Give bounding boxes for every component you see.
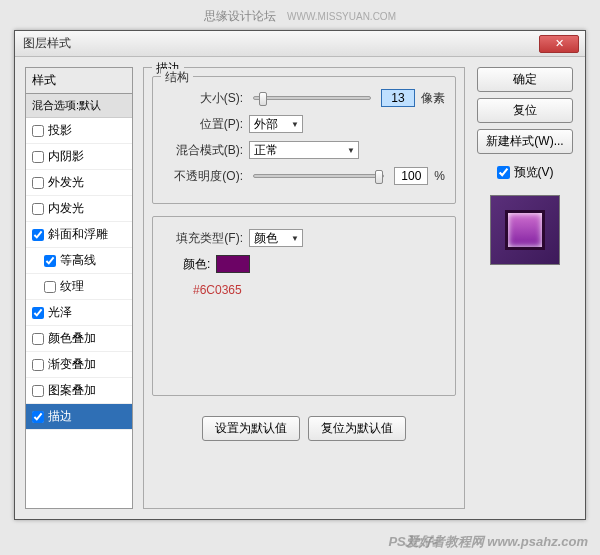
style-item[interactable]: 内发光 bbox=[26, 196, 132, 222]
style-checkbox[interactable] bbox=[44, 281, 56, 293]
style-item-label: 等高线 bbox=[60, 252, 96, 269]
watermark-psahz: PS爱好者教程网 www.psahz.com bbox=[388, 533, 588, 551]
size-slider[interactable] bbox=[253, 96, 371, 100]
position-row: 位置(P): 外部 bbox=[163, 115, 445, 133]
ok-button[interactable]: 确定 bbox=[477, 67, 573, 92]
structure-legend: 结构 bbox=[161, 69, 193, 86]
reset-default-button[interactable]: 复位为默认值 bbox=[308, 416, 406, 441]
actions-panel: 确定 复位 新建样式(W)... 预览(V) bbox=[475, 67, 575, 509]
style-list: 投影内阴影外发光内发光斜面和浮雕等高线纹理光泽颜色叠加渐变叠加图案叠加描边 bbox=[26, 118, 132, 430]
style-item[interactable]: 描边 bbox=[26, 404, 132, 430]
style-checkbox[interactable] bbox=[32, 359, 44, 371]
dialog-title: 图层样式 bbox=[23, 35, 539, 52]
top-banner: 思缘设计论坛 WWW.MISSYUAN.COM bbox=[0, 0, 600, 29]
settings-panel: 描边 结构 大小(S): 像素 位置(P): 外部 混合模式(B): bbox=[143, 67, 465, 509]
color-row: 颜色: bbox=[163, 255, 445, 273]
color-label: 颜色: bbox=[183, 256, 210, 273]
set-default-button[interactable]: 设置为默认值 bbox=[202, 416, 300, 441]
style-item[interactable]: 投影 bbox=[26, 118, 132, 144]
site-name: 思缘设计论坛 bbox=[204, 9, 276, 23]
structure-fieldset: 结构 大小(S): 像素 位置(P): 外部 混合模式(B): 正常 bbox=[152, 76, 456, 204]
opacity-row: 不透明度(O): % bbox=[163, 167, 445, 185]
style-item[interactable]: 图案叠加 bbox=[26, 378, 132, 404]
opacity-label: 不透明度(O): bbox=[163, 168, 243, 185]
style-checkbox[interactable] bbox=[32, 203, 44, 215]
blendmode-label: 混合模式(B): bbox=[163, 142, 243, 159]
preview-inner bbox=[505, 210, 545, 250]
style-item[interactable]: 光泽 bbox=[26, 300, 132, 326]
preview-label: 预览(V) bbox=[514, 164, 554, 181]
filltype-label: 填充类型(F): bbox=[163, 230, 243, 247]
style-item-label: 描边 bbox=[48, 408, 72, 425]
color-swatch[interactable] bbox=[216, 255, 250, 273]
preview-thumbnail bbox=[490, 195, 560, 265]
new-style-button[interactable]: 新建样式(W)... bbox=[477, 129, 573, 154]
stroke-group: 描边 结构 大小(S): 像素 位置(P): 外部 混合模式(B): bbox=[143, 67, 465, 509]
style-item[interactable]: 斜面和浮雕 bbox=[26, 222, 132, 248]
blendmode-dropdown[interactable]: 正常 bbox=[249, 141, 359, 159]
style-item[interactable]: 颜色叠加 bbox=[26, 326, 132, 352]
style-checkbox[interactable] bbox=[32, 333, 44, 345]
style-item-label: 光泽 bbox=[48, 304, 72, 321]
style-item-label: 纹理 bbox=[60, 278, 84, 295]
styles-header[interactable]: 样式 bbox=[26, 68, 132, 94]
style-item-label: 投影 bbox=[48, 122, 72, 139]
style-item[interactable]: 内阴影 bbox=[26, 144, 132, 170]
style-item[interactable]: 渐变叠加 bbox=[26, 352, 132, 378]
position-label: 位置(P): bbox=[163, 116, 243, 133]
style-item[interactable]: 纹理 bbox=[26, 274, 132, 300]
opacity-input[interactable] bbox=[394, 167, 428, 185]
style-item-label: 斜面和浮雕 bbox=[48, 226, 108, 243]
preview-checkbox[interactable] bbox=[497, 166, 510, 179]
style-checkbox[interactable] bbox=[44, 255, 56, 267]
dialog-body: 样式 混合选项:默认 投影内阴影外发光内发光斜面和浮雕等高线纹理光泽颜色叠加渐变… bbox=[15, 57, 585, 519]
size-row: 大小(S): 像素 bbox=[163, 89, 445, 107]
styles-panel: 样式 混合选项:默认 投影内阴影外发光内发光斜面和浮雕等高线纹理光泽颜色叠加渐变… bbox=[25, 67, 133, 509]
layer-style-dialog: 图层样式 ✕ 样式 混合选项:默认 投影内阴影外发光内发光斜面和浮雕等高线纹理光… bbox=[14, 30, 586, 520]
style-checkbox[interactable] bbox=[32, 229, 44, 241]
filltype-dropdown[interactable]: 颜色 bbox=[249, 229, 303, 247]
blend-options-header[interactable]: 混合选项:默认 bbox=[26, 94, 132, 118]
style-item[interactable]: 等高线 bbox=[26, 248, 132, 274]
style-item-label: 外发光 bbox=[48, 174, 84, 191]
site-url: WWW.MISSYUAN.COM bbox=[287, 11, 396, 22]
opacity-slider-thumb[interactable] bbox=[375, 170, 383, 184]
fill-fieldset: 填充类型(F): 颜色 颜色: #6C0365 bbox=[152, 216, 456, 396]
style-checkbox[interactable] bbox=[32, 385, 44, 397]
style-item[interactable]: 外发光 bbox=[26, 170, 132, 196]
opacity-unit: % bbox=[434, 169, 445, 183]
style-checkbox[interactable] bbox=[32, 177, 44, 189]
size-input[interactable] bbox=[381, 89, 415, 107]
style-item-label: 图案叠加 bbox=[48, 382, 96, 399]
default-buttons-row: 设置为默认值 复位为默认值 bbox=[152, 416, 456, 441]
size-unit: 像素 bbox=[421, 90, 445, 107]
style-checkbox[interactable] bbox=[32, 307, 44, 319]
style-checkbox[interactable] bbox=[32, 125, 44, 137]
blendmode-row: 混合模式(B): 正常 bbox=[163, 141, 445, 159]
opacity-slider[interactable] bbox=[253, 174, 384, 178]
style-checkbox[interactable] bbox=[32, 151, 44, 163]
size-slider-thumb[interactable] bbox=[259, 92, 267, 106]
cancel-button[interactable]: 复位 bbox=[477, 98, 573, 123]
close-button[interactable]: ✕ bbox=[539, 35, 579, 53]
titlebar[interactable]: 图层样式 ✕ bbox=[15, 31, 585, 57]
style-item-label: 颜色叠加 bbox=[48, 330, 96, 347]
size-label: 大小(S): bbox=[163, 90, 243, 107]
color-hex: #6C0365 bbox=[193, 283, 445, 297]
style-checkbox[interactable] bbox=[32, 411, 44, 423]
style-item-label: 内阴影 bbox=[48, 148, 84, 165]
filltype-row: 填充类型(F): 颜色 bbox=[163, 229, 445, 247]
style-item-label: 内发光 bbox=[48, 200, 84, 217]
style-item-label: 渐变叠加 bbox=[48, 356, 96, 373]
preview-checkbox-row[interactable]: 预览(V) bbox=[497, 164, 554, 181]
position-dropdown[interactable]: 外部 bbox=[249, 115, 303, 133]
